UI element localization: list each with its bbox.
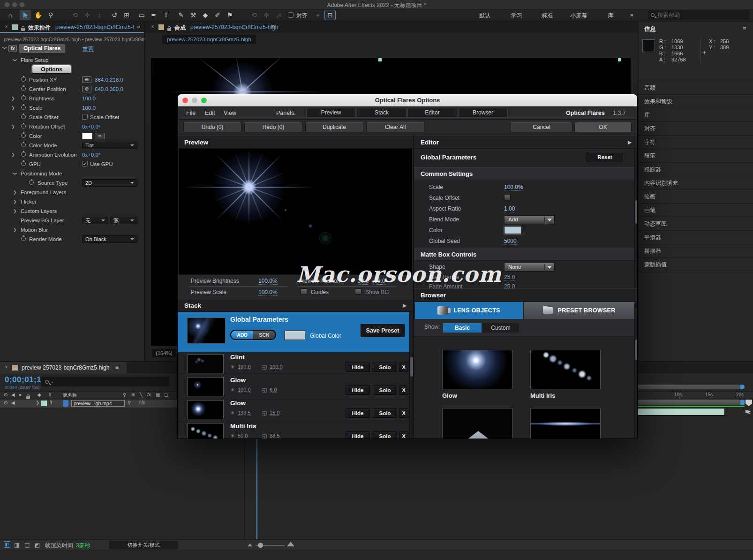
stopwatch-icon[interactable] bbox=[21, 143, 26, 147]
panel-tab-content-aware-fill[interactable]: 内容识别填充 bbox=[639, 176, 753, 189]
twirl-icon[interactable]: ❯ bbox=[10, 58, 20, 62]
global-seed-value[interactable]: 5000 bbox=[504, 238, 517, 245]
scrollbar-thumb[interactable] bbox=[635, 200, 638, 224]
work-area-end-handle[interactable] bbox=[740, 400, 745, 405]
selection-tool-icon[interactable] bbox=[20, 10, 31, 20]
twirl-icon[interactable]: ❯ bbox=[13, 197, 17, 206]
panel-button-editor[interactable]: Editor bbox=[407, 108, 457, 118]
browser-panel-header[interactable]: Browser bbox=[414, 288, 638, 302]
stopwatch-icon[interactable] bbox=[21, 152, 26, 157]
item-brightness-value[interactable]: 100.0 bbox=[238, 387, 251, 393]
twirl-icon[interactable]: ❯ bbox=[11, 122, 15, 131]
orbit-camera-tool-icon[interactable]: ⟲ bbox=[69, 10, 81, 20]
timeline-search-field[interactable]: ⌄ bbox=[41, 377, 169, 386]
brush-tool-icon[interactable]: ✎ bbox=[175, 10, 187, 20]
zoom-level-dropdown[interactable]: (164%) bbox=[152, 349, 176, 357]
dialog-titlebar[interactable]: Optical Flares Options bbox=[178, 94, 637, 106]
align-checkbox[interactable] bbox=[288, 12, 294, 18]
solo-button[interactable]: Solo bbox=[373, 363, 397, 372]
stopwatch-icon[interactable] bbox=[29, 180, 34, 185]
workspace-tab-small-screen[interactable]: 小屏幕 bbox=[570, 12, 587, 20]
timeline-search-input[interactable] bbox=[56, 378, 150, 385]
stack-scrollbar[interactable] bbox=[409, 312, 413, 439]
home-tool-icon[interactable]: ⌂ bbox=[5, 10, 16, 20]
group-flicker[interactable]: ❯ Flicker bbox=[0, 197, 145, 206]
type-tool-icon[interactable]: T bbox=[160, 10, 172, 20]
solo-button[interactable]: Solo bbox=[373, 431, 397, 439]
show-basic-button[interactable]: Basic bbox=[443, 323, 482, 333]
screen-mode-button[interactable]: SCN bbox=[253, 331, 275, 339]
menu-file[interactable]: File bbox=[186, 110, 196, 116]
lens-object-thumbnail-multi-iris[interactable] bbox=[530, 350, 601, 389]
use-gpu-checkbox[interactable] bbox=[82, 161, 88, 166]
effect-header-row[interactable]: ❯ fx Optical Flares 重置 bbox=[0, 44, 145, 54]
menu-view[interactable]: View bbox=[224, 110, 236, 116]
hide-button[interactable]: Hide bbox=[346, 409, 370, 418]
color-swatch[interactable] bbox=[82, 133, 92, 139]
shy-switch-icon[interactable]: ⚲ bbox=[123, 392, 126, 397]
editor-scrollbar[interactable] bbox=[634, 149, 638, 288]
help-search-input[interactable] bbox=[657, 12, 737, 18]
start-range-value[interactable]: 25.0 bbox=[504, 274, 515, 281]
stopwatch-icon[interactable] bbox=[21, 96, 26, 100]
stack-item[interactable]: Glint ✳ 100.0 ◱ 100.0 Hide Solo X bbox=[178, 352, 409, 375]
item-scale-value[interactable]: 15.0 bbox=[270, 410, 279, 416]
show-custom-button[interactable]: Custom bbox=[482, 323, 519, 333]
cancel-button[interactable]: Cancel bbox=[511, 122, 572, 132]
item-scale-value[interactable]: 38.5 bbox=[270, 433, 279, 439]
guides-checkbox[interactable] bbox=[301, 288, 307, 295]
layer-fx-toggle[interactable]: / fx bbox=[139, 400, 145, 405]
panel-menu-icon[interactable]: ≡ bbox=[743, 25, 746, 32]
panel-tab-libraries[interactable]: 库 bbox=[639, 108, 753, 121]
stopwatch-icon[interactable] bbox=[21, 86, 26, 91]
lens-objects-tab[interactable]: LENS OBJECTS bbox=[415, 302, 523, 319]
twirl-icon[interactable]: ❯ bbox=[11, 150, 15, 159]
workspace-tab-standard[interactable]: 标准 bbox=[542, 12, 553, 20]
stopwatch-icon[interactable] bbox=[21, 161, 26, 166]
item-brightness-value[interactable]: 50.0 bbox=[238, 433, 248, 439]
frame-blend-switch-icon[interactable]: ▦ bbox=[156, 392, 160, 397]
quality-switch-icon[interactable]: ╲ bbox=[140, 392, 143, 397]
stack-item[interactable]: Glow ✳ 100.0 ◱ 6.0 Hide Solo X bbox=[178, 375, 409, 398]
zoom-in-icon[interactable] bbox=[287, 542, 294, 546]
stopwatch-icon[interactable] bbox=[21, 114, 26, 119]
timeline-zoom-knob[interactable] bbox=[258, 543, 263, 548]
twirl-icon[interactable]: ❯ bbox=[11, 94, 15, 103]
menu-edit[interactable]: Edit bbox=[205, 110, 215, 116]
layer-twirl-icon[interactable]: ❯ bbox=[36, 400, 39, 405]
world-axis-mode-icon[interactable]: ✛ bbox=[261, 10, 272, 20]
flare-preview-viewport[interactable] bbox=[179, 149, 412, 274]
column-toggle-icon[interactable]: ◫ bbox=[24, 542, 30, 548]
viewer-tab[interactable]: preview-257023-bqnCr8Gmz5-high bbox=[162, 35, 256, 44]
show-bg-checkbox[interactable] bbox=[355, 288, 361, 295]
prop-value[interactable]: 100.0 bbox=[82, 94, 96, 103]
reset-effect-link[interactable]: 重置 bbox=[83, 45, 94, 53]
delete-button[interactable]: X bbox=[399, 386, 408, 395]
item-brightness-value[interactable]: 139.5 bbox=[238, 410, 251, 416]
info-panel-title[interactable]: 信息 bbox=[644, 25, 656, 33]
prop-value[interactable]: 0x+0.0° bbox=[82, 150, 100, 159]
panel-tab-mask-interpolation[interactable]: 蒙版插值 bbox=[639, 257, 753, 271]
scale-offset-checkbox[interactable] bbox=[504, 194, 511, 200]
preview-brightness-value[interactable]: 100.0% bbox=[258, 278, 278, 285]
puppet-pin-tool-icon[interactable]: ⚑ bbox=[224, 10, 235, 20]
comp-marker-bin-icon[interactable] bbox=[745, 400, 752, 406]
save-preset-button[interactable]: Save Preset bbox=[361, 324, 405, 337]
undo-button[interactable]: Undo (0) bbox=[183, 122, 241, 132]
panel-tab-smoother[interactable]: 平滑器 bbox=[639, 230, 753, 244]
point-control-icon[interactable]: ⊕ bbox=[82, 86, 91, 92]
group-foreground-layers[interactable]: ❯ Foreground Layers bbox=[0, 188, 145, 197]
layer-handle[interactable] bbox=[618, 58, 621, 61]
clone-stamp-tool-icon[interactable]: ⚒ bbox=[188, 10, 199, 20]
redo-button[interactable]: Redo (0) bbox=[244, 122, 302, 132]
panel-menu-icon[interactable]: ≡ bbox=[271, 23, 274, 30]
blend-mode-toggle[interactable]: ADD SCN bbox=[230, 330, 276, 340]
tab-composition[interactable]: 合成 bbox=[174, 24, 186, 32]
panel-button-stack[interactable]: Stack bbox=[357, 108, 407, 118]
roto-brush-tool-icon[interactable]: ✐ bbox=[212, 10, 223, 20]
eraser-tool-icon[interactable]: ◆ bbox=[200, 10, 211, 20]
aspect-ratio-value[interactable]: 1.00 bbox=[504, 205, 515, 212]
hide-button[interactable]: Hide bbox=[346, 386, 370, 395]
panel-tab-character[interactable]: 字符 bbox=[639, 135, 753, 149]
layer-video-icon[interactable]: ⊙ bbox=[4, 400, 8, 405]
